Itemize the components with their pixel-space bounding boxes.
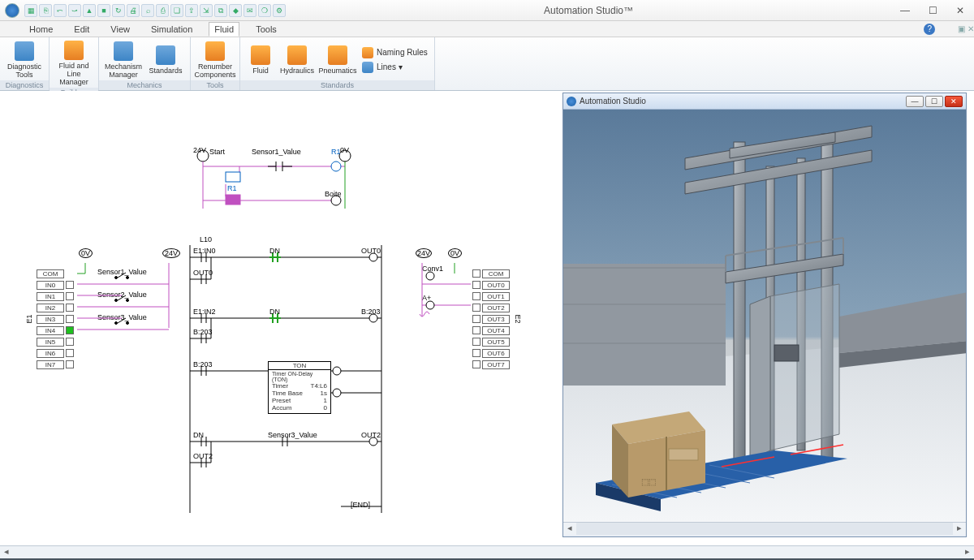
window-buttons: — ☐ ✕ (891, 2, 974, 19)
label-start: Start (209, 148, 225, 156)
svg-rect-115 (669, 449, 698, 460)
label-0v: 0V (340, 146, 349, 154)
renumber-icon (205, 41, 225, 61)
svg-marker-101 (750, 296, 770, 460)
svg-rect-13 (226, 195, 240, 205)
qat-btn[interactable]: ⎘ (39, 4, 52, 17)
qat-btn[interactable]: ↻ (112, 4, 125, 17)
schematic-canvas[interactable]: 24V Start Sensor1_Value R1 0V R1 Boite C… (0, 91, 560, 545)
rung1-left: E1:IN0 (193, 247, 216, 255)
ribbon-group-tools: Renumber Components Tools (191, 37, 240, 90)
rung3-right: OUT2 (361, 431, 381, 439)
fluid-button[interactable]: Fluid (245, 39, 276, 80)
collapse-ribbon-icon[interactable]: ▣ ✕ (958, 24, 974, 33)
panel-header[interactable]: Automation Studio — ☐ ✕ (563, 93, 966, 110)
svg-rect-11 (226, 172, 240, 182)
help-icon[interactable]: ? (924, 24, 935, 35)
rung3-left: DN (193, 431, 204, 439)
hydraulics-button[interactable]: Hydraulics (279, 39, 315, 80)
pneumatics-icon (328, 45, 347, 65)
label-r1b: R1 (227, 184, 237, 192)
qat-btn[interactable]: ❏ (170, 4, 183, 17)
minimize-button[interactable]: — (891, 2, 919, 19)
label-b203a: B:203 (193, 328, 213, 336)
lines-dropdown[interactable]: Lines ▾ (360, 61, 429, 74)
qat-btn[interactable]: ◆ (229, 4, 242, 17)
scroll-left-icon[interactable]: ◂ (0, 546, 13, 558)
label-e2: E2 (514, 314, 522, 323)
output-io-table[interactable]: COM OUT0 OUT1 OUT2 OUT3 OUT4 OUT5 OUT6 O… (472, 268, 510, 370)
qat-btn[interactable]: ⌕ (141, 4, 154, 17)
label-conv1: Conv1 (422, 265, 443, 273)
tab-view[interactable]: View (106, 23, 135, 36)
diagnostic-tools-button[interactable]: Diagnostic Tools (5, 39, 44, 80)
scroll-track[interactable] (576, 523, 953, 535)
tab-edit[interactable]: Edit (69, 23, 94, 36)
label-sensor3v: Sensor3_Value (97, 313, 147, 321)
label-out2: OUT2 (193, 452, 213, 460)
svg-rect-89 (734, 142, 745, 467)
qat-btn[interactable]: ❍ (258, 4, 271, 17)
3d-view-panel: Automation Studio — ☐ ✕ (562, 93, 967, 537)
qat-btn[interactable]: ▦ (24, 4, 37, 17)
horizontal-scrollbar[interactable]: ◂ ▸ (0, 545, 974, 558)
panel-scrollbar[interactable]: ◂ ▸ (563, 522, 966, 535)
fluid-manager-icon (64, 41, 84, 60)
qat-btn[interactable]: ⇲ (200, 4, 213, 17)
label-24v: 24V (193, 146, 206, 154)
close-button[interactable]: ✕ (946, 2, 974, 19)
tab-simulation[interactable]: Simulation (146, 23, 197, 36)
tab-home[interactable]: Home (24, 23, 58, 36)
fluid-line-manager-button[interactable]: Fluid and Line Manager (54, 39, 93, 88)
diagnostic-icon (15, 41, 34, 61)
qat-btn[interactable]: ⧉ (214, 4, 227, 17)
fluid-icon (251, 45, 270, 65)
qat-btn[interactable]: ⎙ (156, 4, 169, 17)
scroll-left-icon[interactable]: ◂ (563, 523, 576, 535)
panel-close-button[interactable]: ✕ (945, 96, 963, 107)
label-aplus: A+ (422, 294, 431, 302)
panel-maximize-button[interactable]: ☐ (925, 96, 943, 107)
label-out0: OUT0 (193, 269, 213, 277)
panel-title: Automation Studio (580, 97, 646, 106)
standards-button[interactable]: Standards (146, 39, 185, 80)
rung2-right: B:203 (361, 308, 381, 316)
qat-btn[interactable]: ■ (97, 4, 110, 17)
qat-btn[interactable]: ⤻ (68, 4, 81, 17)
app-title: Automation Studio™ (286, 5, 891, 16)
ladder-title: L10 (200, 235, 212, 243)
hydraulics-icon (287, 45, 307, 65)
label-out-24v: 24V (416, 249, 432, 257)
svg-rect-102 (774, 345, 799, 361)
qat-btn[interactable]: ⚙ (273, 4, 286, 17)
scroll-right-icon[interactable]: ▸ (961, 546, 974, 558)
panel-minimize-button[interactable]: — (906, 96, 924, 107)
rung2-left: E1:IN2 (193, 308, 216, 316)
tab-fluid[interactable]: Fluid (209, 22, 239, 37)
app-icon (5, 3, 19, 18)
qat-btn[interactable]: ⇪ (185, 4, 198, 17)
renumber-button[interactable]: Renumber Components (196, 39, 235, 80)
pneumatics-button[interactable]: Pneumatics (318, 39, 357, 80)
qat-btn[interactable]: 🖨 (127, 4, 140, 17)
qat-btn[interactable]: ✉ (244, 4, 256, 17)
naming-rules-icon (362, 47, 373, 58)
workspace: 24V Start Sensor1_Value R1 0V R1 Boite C… (0, 91, 974, 545)
label-r1: R1 (331, 148, 341, 156)
mechanism-manager-button[interactable]: Mechanism Manager (104, 39, 143, 80)
ribbon-group-diagnostics: Diagnostic Tools Diagnostics (0, 37, 50, 90)
tab-tools[interactable]: Tools (251, 23, 282, 36)
qat-btn[interactable]: ⤺ (54, 4, 67, 17)
title-bar: ▦ ⎘ ⤺ ⤻ ▲ ■ ↻ 🖨 ⌕ ⎙ ❏ ⇪ ⇲ ⧉ ◆ ✉ ❍ ⚙ Auto… (0, 0, 974, 21)
qat-btn[interactable]: ▲ (83, 4, 96, 17)
input-io-table[interactable]: COM IN0 IN1 IN2 IN3 IN4 IN5 IN6 IN7 (37, 268, 74, 370)
scroll-track[interactable] (13, 546, 961, 558)
rung3-mid: Sensor3_Value (268, 431, 317, 439)
naming-rules-button[interactable]: Naming Rules (360, 46, 429, 59)
3d-viewport[interactable]: ⬚⬚ (563, 110, 966, 522)
timer-block[interactable]: TON Timer ON-Delay (TON) TimerT4:L6 Time… (268, 361, 331, 414)
scroll-right-icon[interactable]: ▸ (953, 523, 966, 535)
lines-icon (362, 62, 373, 73)
maximize-button[interactable]: ☐ (919, 2, 946, 19)
rung2-mid: DN (269, 308, 280, 316)
